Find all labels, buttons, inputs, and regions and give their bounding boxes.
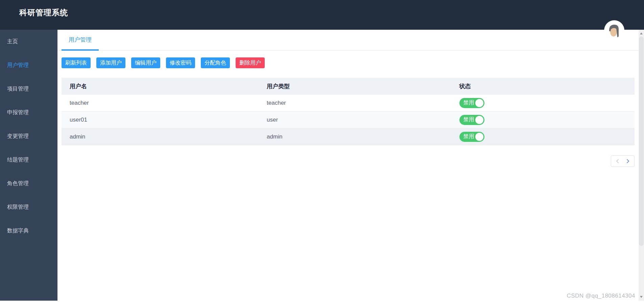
next-page-button[interactable]: [624, 158, 631, 165]
status-toggle-label: 禁用: [463, 99, 474, 106]
toolbar: 刷新列表 添加用户 编辑用户 修改密码 分配角色 删除用户: [62, 57, 635, 68]
sidebar-item-users[interactable]: 用户管理: [0, 53, 57, 77]
status-toggle[interactable]: 禁用: [459, 98, 484, 108]
delete-user-button[interactable]: 删除用户: [236, 57, 265, 68]
sidebar: 主页 用户管理 项目管理 申报管理 变更管理 结题管理 角色管理 权限管理 数据…: [0, 30, 57, 301]
sidebar-item-permissions[interactable]: 权限管理: [0, 195, 57, 219]
app-title: 科研管理系统: [19, 7, 68, 18]
table-row[interactable]: admin admin 禁用: [62, 128, 635, 145]
toggle-knob: [475, 99, 483, 107]
sidebar-item-dictionary[interactable]: 数据字典: [0, 219, 57, 243]
sidebar-item-conclusion[interactable]: 结题管理: [0, 148, 57, 172]
scroll-up-icon[interactable]: [640, 32, 643, 34]
user-type-cell: admin: [259, 133, 451, 140]
sidebar-item-change[interactable]: 变更管理: [0, 124, 57, 148]
tab-bar: 用户管理: [57, 30, 639, 51]
sidebar-item-projects[interactable]: 项目管理: [0, 77, 57, 101]
column-header-username: 用户名: [62, 82, 259, 90]
refresh-list-button[interactable]: 刷新列表: [62, 57, 91, 68]
toggle-knob: [475, 133, 483, 141]
column-header-status: 状态: [451, 82, 635, 90]
status-toggle[interactable]: 禁用: [459, 132, 484, 142]
status-toggle-label: 禁用: [463, 133, 474, 140]
table-row[interactable]: user01 user 禁用: [62, 111, 635, 128]
user-avatar[interactable]: [605, 21, 624, 40]
chevron-right-icon: [625, 159, 630, 163]
sidebar-item-declaration[interactable]: 申报管理: [0, 101, 57, 124]
sidebar-item-roles[interactable]: 角色管理: [0, 172, 57, 195]
column-header-user-type: 用户类型: [259, 82, 451, 90]
username-cell: teacher: [62, 100, 259, 106]
status-cell: 禁用: [451, 98, 635, 108]
main-content: 用户管理 刷新列表 添加用户 编辑用户 修改密码 分配角色 删除用户 用户名 用…: [57, 30, 639, 302]
person-icon: [605, 21, 624, 40]
username-cell: user01: [62, 117, 259, 123]
vertical-scrollbar[interactable]: [639, 30, 644, 301]
watermark: CSDN @qq_1808614304: [567, 293, 635, 299]
status-toggle[interactable]: 禁用: [459, 115, 484, 125]
tab-user-management[interactable]: 用户管理: [62, 30, 99, 51]
table-row[interactable]: teacher teacher 禁用: [62, 94, 635, 111]
status-toggle-label: 禁用: [463, 116, 474, 123]
table-header-row: 用户名 用户类型 状态: [62, 78, 635, 94]
change-password-button[interactable]: 修改密码: [166, 57, 195, 68]
status-cell: 禁用: [451, 115, 635, 125]
sidebar-item-home[interactable]: 主页: [0, 30, 57, 53]
user-type-cell: teacher: [259, 100, 451, 106]
user-type-cell: user: [259, 117, 451, 123]
pagination: [611, 155, 635, 167]
status-cell: 禁用: [451, 132, 635, 142]
toggle-knob: [475, 116, 483, 124]
add-user-button[interactable]: 添加用户: [96, 57, 125, 68]
username-cell: admin: [62, 133, 259, 140]
prev-page-button[interactable]: [614, 158, 621, 165]
assign-role-button[interactable]: 分配角色: [201, 57, 230, 68]
users-table: 用户名 用户类型 状态 teacher teacher 禁用 user01 us…: [62, 78, 635, 145]
scrollbar-thumb[interactable]: [639, 36, 644, 246]
pagination-area: [62, 155, 635, 167]
scroll-down-icon[interactable]: [640, 296, 643, 298]
top-header: 科研管理系统: [0, 0, 644, 30]
chevron-left-icon: [615, 159, 620, 163]
edit-user-button[interactable]: 编辑用户: [131, 57, 160, 68]
